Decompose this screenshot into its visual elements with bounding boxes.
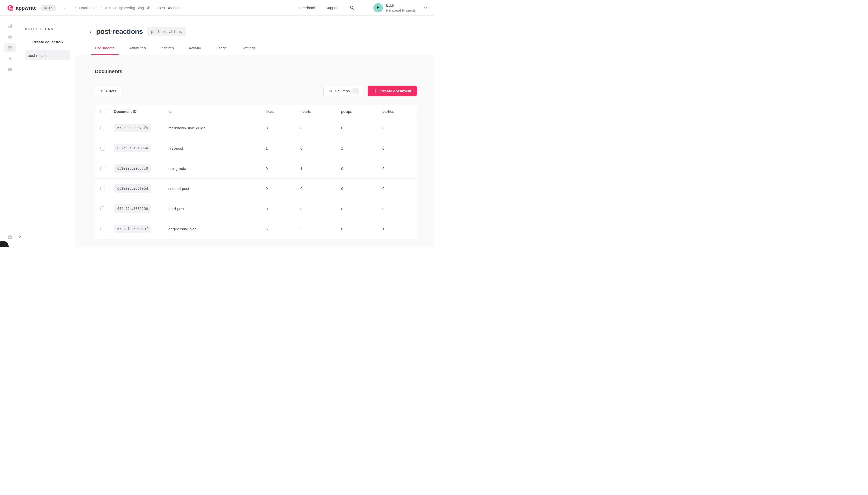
breadcrumb-separator: /: [153, 5, 154, 10]
row-checkbox[interactable]: [100, 126, 105, 131]
poops-cell: 0: [338, 118, 379, 138]
filters-button[interactable]: Filters: [95, 86, 121, 96]
row-checkbox[interactable]: [100, 186, 105, 191]
row-checkbox-cell: [95, 178, 111, 199]
id-cell: first-post: [165, 138, 263, 158]
select-all-checkbox[interactable]: [100, 109, 105, 114]
column-header-document-id: Document ID: [111, 105, 165, 118]
user-org: Personal Projects: [386, 8, 416, 13]
user-info: Eddy Personal Projects: [386, 3, 416, 13]
tab-documents[interactable]: Documents: [91, 46, 119, 55]
brand-wordmark: appwrite: [16, 5, 36, 11]
plus-icon: [373, 89, 377, 93]
filters-label: Filters: [106, 89, 117, 93]
collections-panel: COLLECTIONS Create collection post-react…: [20, 16, 75, 248]
expand-sidebar-button[interactable]: [16, 232, 24, 240]
breadcrumb-databases[interactable]: Databases: [79, 5, 98, 10]
nav-rail: [0, 16, 20, 248]
table-row[interactable]: 652e99b…19b005afirst-post1010: [95, 138, 417, 158]
page-title: post-reactions: [96, 28, 143, 36]
id-cell: using-mdx: [165, 158, 263, 178]
table-row[interactable]: 652e8f2…6ec019fengineering-blog6301: [95, 219, 417, 239]
likes-cell: 6: [263, 219, 297, 239]
row-checkbox[interactable]: [100, 206, 105, 211]
document-id-badge: 652e99b…eb5fe5d: [114, 184, 151, 193]
parties-cell: 0: [379, 178, 417, 199]
document-id-cell: 652e99b…eb5fe5d: [111, 178, 165, 199]
likes-cell: 0: [263, 199, 297, 219]
appwrite-logo-icon: [7, 4, 13, 11]
support-link[interactable]: Support: [325, 5, 339, 10]
likes-cell: 0: [263, 118, 297, 138]
tab-indexes[interactable]: Indexes: [156, 46, 178, 55]
row-checkbox-cell: [95, 118, 111, 138]
sidebar-item-functions[interactable]: [4, 54, 16, 63]
table-row[interactable]: 652e99b…d9b23f4markdown-style-guide0000: [95, 118, 417, 138]
row-checkbox-cell: [95, 219, 111, 239]
columns-count-badge: 5: [352, 88, 359, 94]
row-checkbox-cell: [95, 158, 111, 178]
databases-icon: [7, 45, 13, 51]
column-header-id: id: [165, 105, 263, 118]
breadcrumb: / ... / Databases / Astro-Engineering-Bl…: [64, 5, 183, 10]
appwrite-brand[interactable]: appwrite: [7, 4, 36, 11]
top-bar: appwrite BETA / ... / Databases / Astro-…: [0, 0, 434, 16]
table-row[interactable]: 652e99b…eb5fe5dsecond-post0000: [95, 178, 417, 199]
tab-activity[interactable]: Activity: [184, 46, 205, 55]
toolbar-right: Columns 5 Create document: [323, 86, 417, 96]
document-id-cell: 652e99b…0885290: [111, 199, 165, 219]
likes-cell: 0: [263, 178, 297, 199]
auth-users-icon: [7, 34, 13, 40]
table-row[interactable]: 652e99b…0885290third-post0000: [95, 199, 417, 219]
chevron-down-icon[interactable]: [424, 6, 427, 10]
poops-cell: 0: [338, 158, 379, 178]
likes-cell: 1: [263, 138, 297, 158]
search-icon[interactable]: [349, 5, 355, 10]
hearts-cell: 0: [297, 178, 338, 199]
tab-settings[interactable]: Settings: [237, 46, 260, 55]
row-checkbox[interactable]: [100, 166, 105, 171]
row-checkbox[interactable]: [100, 226, 105, 232]
sidebar-item-post-reactions[interactable]: post-reactions: [25, 50, 70, 60]
columns-icon: [328, 89, 332, 93]
columns-button[interactable]: Columns 5: [323, 86, 364, 96]
table-row[interactable]: 652e99b…a9bc7c0using-mdx0100: [95, 158, 417, 178]
document-id-badge: 652e99b…d9b23f4: [114, 124, 151, 132]
document-id-cell: 652e99b…19b005a: [111, 138, 165, 158]
id-cell: markdown-style-guide: [165, 118, 263, 138]
sidebar-item-storage[interactable]: [4, 65, 16, 74]
poops-cell: 1: [338, 138, 379, 158]
likes-cell: 0: [263, 158, 297, 178]
parties-cell: 0: [379, 199, 417, 219]
topbar-divider: [366, 0, 367, 16]
sidebar-item-databases[interactable]: [4, 43, 16, 52]
filter-icon: [100, 89, 104, 93]
gear-icon[interactable]: [7, 235, 13, 240]
table-body: 652e99b…d9b23f4markdown-style-guide00006…: [95, 118, 417, 239]
row-checkbox[interactable]: [100, 146, 105, 151]
breadcrumb-separator: /: [101, 5, 102, 10]
parties-cell: 0: [379, 118, 417, 138]
page-header: post-reactions post-reactions: [88, 27, 434, 36]
poops-cell: 0: [338, 199, 379, 219]
tab-attributes[interactable]: Attributes: [125, 46, 149, 55]
account-menu[interactable]: E Eddy Personal Projects: [373, 3, 427, 13]
back-button[interactable]: [88, 29, 93, 34]
avatar[interactable]: E: [373, 3, 383, 12]
tab-usage[interactable]: Usage: [212, 46, 231, 55]
breadcrumb-ellipsis[interactable]: ...: [68, 5, 72, 10]
hearts-cell: 0: [297, 199, 338, 219]
create-collection-button[interactable]: Create collection: [25, 40, 70, 44]
row-checkbox-cell: [95, 199, 111, 219]
parties-cell: 0: [379, 158, 417, 178]
section-heading: Documents: [95, 69, 434, 74]
collection-id-badge: post-reactions: [147, 27, 186, 36]
row-checkbox-cell: [95, 138, 111, 158]
breadcrumb-database-name[interactable]: Astro-Engineering-Blog-Db: [105, 5, 150, 10]
create-document-button[interactable]: Create document: [368, 86, 417, 96]
feedback-link[interactable]: Feedback: [299, 5, 316, 10]
topbar-right: Feedback Support E Eddy Personal Project…: [299, 0, 427, 15]
sidebar-item-auth[interactable]: [4, 32, 16, 41]
sidebar-item-usage[interactable]: [4, 21, 16, 31]
select-all-cell: [95, 105, 111, 118]
